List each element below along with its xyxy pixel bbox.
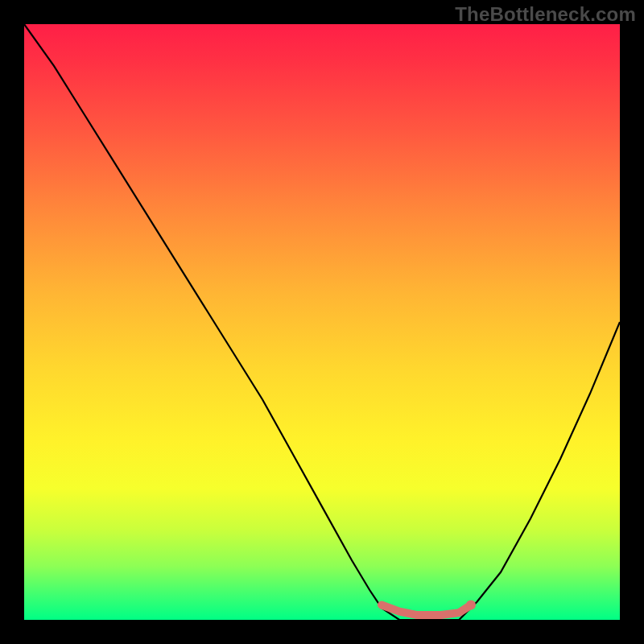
plot-area xyxy=(24,24,620,620)
bottleneck-curve xyxy=(24,24,620,620)
chart-canvas-outer: TheBottleneck.com xyxy=(0,0,644,644)
optimal-range-marker xyxy=(382,605,471,616)
watermark-text: TheBottleneck.com xyxy=(455,3,636,26)
curve-layer xyxy=(24,24,620,620)
optimal-range-end-dot xyxy=(466,601,476,610)
